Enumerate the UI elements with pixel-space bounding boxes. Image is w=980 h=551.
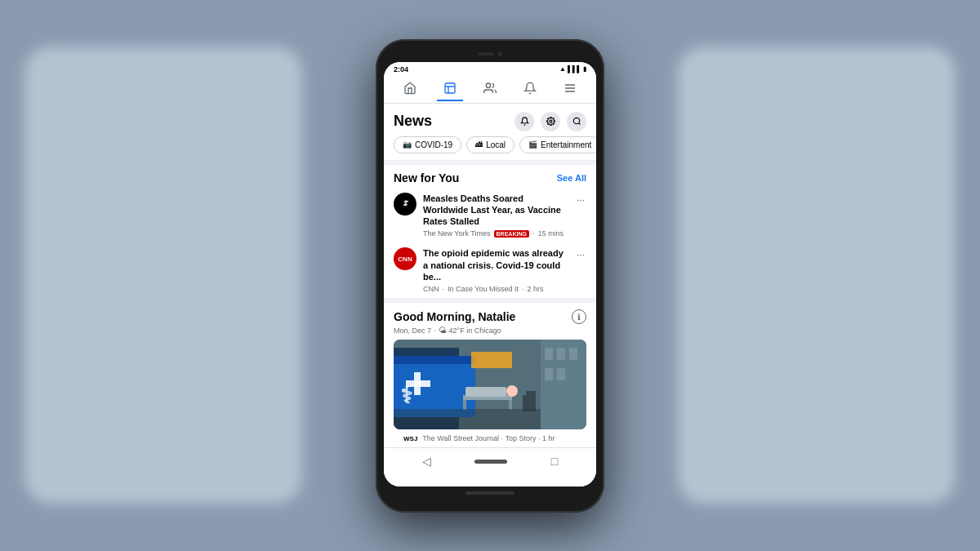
cnn-meta: CNN · In Case You Missed It · 2 hrs xyxy=(423,285,568,293)
news-actions xyxy=(514,112,586,131)
category-pills: 📷 COVID-19 🏙 Local 🎬 Entertainment xyxy=(384,136,596,160)
camera xyxy=(497,51,502,56)
back-btn[interactable]: ◁ xyxy=(422,455,431,468)
content-area: News 📷 COVID-19 xyxy=(384,104,596,487)
svg-text:⚕: ⚕ xyxy=(400,383,412,408)
phone-shell: 2:04 ▲ ▌▌▌ ▮ xyxy=(376,39,604,513)
good-morning-section: Good Morning, Natalie ℹ Mon, Dec 7 · 🌤 4… xyxy=(384,303,596,447)
bg-blur-right xyxy=(678,47,956,504)
svg-rect-29 xyxy=(545,368,553,380)
weather-text: 42°F in Chicago xyxy=(449,327,501,335)
breaking-badge: BREAKING xyxy=(494,230,529,238)
see-all-btn[interactable]: See All xyxy=(557,173,586,183)
article-nyt-measles: 𝕿 Measles Deaths Soared Worldwide Last Y… xyxy=(384,188,596,243)
svg-rect-19 xyxy=(509,400,512,410)
svg-point-22 xyxy=(524,378,537,391)
scene-svg: ⚕ xyxy=(394,340,586,429)
system-nav: ◁ □ xyxy=(384,447,596,474)
nyt-separator: · xyxy=(532,229,535,238)
nav-news[interactable] xyxy=(437,78,463,101)
status-icons: ▲ ▌▌▌ ▮ xyxy=(559,65,586,73)
wsj-category: Top Story xyxy=(505,434,536,442)
weather-icon: 🌤 xyxy=(439,326,447,335)
pill-covid19-label: COVID-19 xyxy=(415,140,452,149)
top-nav xyxy=(384,75,596,104)
signal-icon: ▌▌▌ xyxy=(568,65,581,73)
svg-rect-0 xyxy=(445,83,455,93)
wsj-attribution: WSJ The Wall Street Journal · Top Story … xyxy=(394,429,586,447)
news-settings-btn[interactable] xyxy=(541,112,560,131)
cnn-logo: CNN xyxy=(394,247,416,270)
good-morning-date: Mon, Dec 7 xyxy=(394,327,431,335)
nav-menu[interactable] xyxy=(557,78,583,101)
svg-point-3 xyxy=(486,83,490,87)
good-morning-info-btn[interactable]: ℹ xyxy=(572,309,586,324)
new-for-you-title: New for You xyxy=(394,171,459,184)
wsj-name: The Wall Street Journal xyxy=(422,434,499,442)
svg-point-7 xyxy=(550,120,552,122)
cnn-article-content: The opioid epidemic was already a nation… xyxy=(423,247,568,293)
featured-image-content: ⚕ xyxy=(394,340,586,429)
svg-rect-31 xyxy=(471,352,512,368)
nav-home[interactable] xyxy=(397,78,423,101)
speaker xyxy=(478,52,494,56)
cnn-source: CNN xyxy=(423,285,439,293)
local-icon: 🏙 xyxy=(475,140,483,149)
entertainment-icon: 🎬 xyxy=(528,140,537,149)
new-for-you-header: New for You See All xyxy=(384,165,596,188)
nyt-headline: Measles Deaths Soared Worldwide Last Yea… xyxy=(423,193,568,228)
wsj-time: 1 hr xyxy=(542,434,555,442)
status-time: 2:04 xyxy=(394,65,408,73)
nyt-logo: 𝕿 xyxy=(394,193,416,216)
pill-local[interactable]: 🏙 Local xyxy=(466,136,514,153)
news-search-btn[interactable] xyxy=(567,112,586,131)
cnn-category: In Case You Missed It xyxy=(448,285,519,293)
news-header: News xyxy=(384,104,596,136)
nyt-meta: The New York Times BREAKING · 15 mins xyxy=(423,229,568,238)
svg-point-8 xyxy=(573,118,579,123)
good-morning-meta: Mon, Dec 7 · 🌤 42°F in Chicago xyxy=(394,326,586,335)
wifi-icon: ▲ xyxy=(559,65,566,73)
cnn-time: 2 hrs xyxy=(528,285,544,293)
home-indicator xyxy=(466,491,514,495)
bg-blur-left xyxy=(24,47,302,504)
svg-point-21 xyxy=(506,385,518,397)
pill-entertainment[interactable]: 🎬 Entertainment xyxy=(519,136,596,153)
wsj-logo: WSJ xyxy=(403,435,417,442)
svg-rect-15 xyxy=(414,372,421,395)
cnn-more-btn[interactable]: ··· xyxy=(575,247,586,262)
svg-rect-30 xyxy=(557,368,565,380)
svg-rect-20 xyxy=(466,387,506,397)
cnn-separator1: · xyxy=(443,285,445,293)
svg-rect-18 xyxy=(463,400,466,410)
nyt-more-btn[interactable]: ··· xyxy=(575,193,586,207)
svg-rect-28 xyxy=(569,348,577,360)
nav-notifications[interactable] xyxy=(517,78,543,101)
wsj-attribution-text: The Wall Street Journal · Top Story · 1 … xyxy=(422,434,555,442)
status-bar: 2:04 ▲ ▌▌▌ ▮ xyxy=(384,62,596,75)
svg-rect-27 xyxy=(557,348,565,360)
nav-friends[interactable] xyxy=(477,78,503,101)
good-morning-title: Good Morning, Natalie xyxy=(394,310,515,323)
recent-btn[interactable]: □ xyxy=(551,455,558,468)
covid19-icon: 📷 xyxy=(403,140,412,149)
cnn-headline: The opioid epidemic was already a nation… xyxy=(423,247,568,282)
phone-screen: 2:04 ▲ ▌▌▌ ▮ xyxy=(384,62,596,487)
news-title: News xyxy=(394,113,432,130)
nyt-time: 15 mins xyxy=(537,229,564,238)
svg-rect-26 xyxy=(545,348,553,360)
home-pill[interactable] xyxy=(474,460,507,464)
news-notifications-btn[interactable] xyxy=(514,112,534,131)
nyt-article-content: Measles Deaths Soared Worldwide Last Yea… xyxy=(423,193,568,238)
featured-image[interactable]: ⚕ xyxy=(394,340,586,429)
phone-notch xyxy=(457,47,523,60)
pill-entertainment-label: Entertainment xyxy=(541,140,591,149)
pill-local-label: Local xyxy=(486,140,506,149)
nyt-source: The New York Times xyxy=(423,229,491,238)
battery-icon: ▮ xyxy=(583,65,586,73)
good-morning-header: Good Morning, Natalie ℹ xyxy=(394,309,586,324)
svg-rect-32 xyxy=(394,409,541,429)
svg-rect-13 xyxy=(394,356,475,364)
date-separator: · xyxy=(434,327,436,335)
pill-covid19[interactable]: 📷 COVID-19 xyxy=(394,136,461,153)
